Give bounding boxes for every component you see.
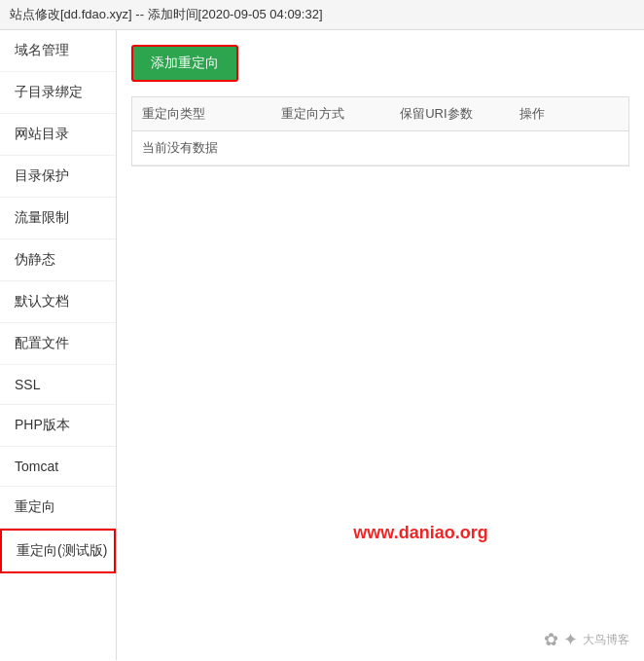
col-method: 重定向方式: [271, 97, 390, 130]
page-title: 站点修改[dd.fdao.xyz] -- 添加时间[2020-09-05 04:…: [10, 7, 323, 21]
col-uri: 保留URI参数: [390, 97, 509, 130]
sidebar-item-domain[interactable]: 域名管理: [0, 30, 116, 72]
sidebar-item-tomcat[interactable]: Tomcat: [0, 447, 116, 487]
footer-logo: ✿ ✦ 大鸟博客: [544, 629, 629, 650]
sidebar-item-webdir[interactable]: 网站目录: [0, 114, 116, 156]
sidebar-item-ssl[interactable]: SSL: [0, 365, 116, 405]
empty-text: 当前没有数据: [132, 131, 628, 165]
sidebar-item-dirprotect[interactable]: 目录保护: [0, 156, 116, 198]
add-redirect-button[interactable]: 添加重定向: [131, 45, 238, 82]
table-header: 重定向类型 重定向方式 保留URI参数 操作: [132, 97, 628, 131]
main-panel: 添加重定向 重定向类型 重定向方式 保留URI参数 操作 当前没有数据 www.…: [117, 30, 644, 660]
table-empty-row: 当前没有数据: [132, 131, 628, 165]
bird-icon: ✿ ✦: [544, 629, 578, 650]
footer-logo-text: 大鸟博客: [583, 632, 629, 648]
sidebar-item-config[interactable]: 配置文件: [0, 323, 116, 365]
sidebar-item-redirect[interactable]: 重定向: [0, 487, 116, 529]
layout: 域名管理 子目录绑定 网站目录 目录保护 流量限制 伪静态 默认文档 配置文件 …: [0, 30, 644, 660]
sidebar-item-rewrite[interactable]: 伪静态: [0, 239, 116, 281]
col-type: 重定向类型: [132, 97, 271, 130]
sidebar: 域名管理 子目录绑定 网站目录 目录保护 流量限制 伪静态 默认文档 配置文件 …: [0, 30, 117, 660]
col-action: 操作: [510, 97, 628, 130]
redirect-table: 重定向类型 重定向方式 保留URI参数 操作 当前没有数据: [131, 96, 629, 166]
watermark: www.daniao.org: [353, 523, 487, 543]
sidebar-item-php[interactable]: PHP版本: [0, 405, 116, 447]
sidebar-item-traffic[interactable]: 流量限制: [0, 198, 116, 239]
sidebar-item-redirect-test[interactable]: 重定向(测试版): [0, 529, 116, 573]
top-bar: 站点修改[dd.fdao.xyz] -- 添加时间[2020-09-05 04:…: [0, 0, 644, 30]
sidebar-item-subdir[interactable]: 子目录绑定: [0, 72, 116, 114]
sidebar-item-defaultdoc[interactable]: 默认文档: [0, 281, 116, 323]
